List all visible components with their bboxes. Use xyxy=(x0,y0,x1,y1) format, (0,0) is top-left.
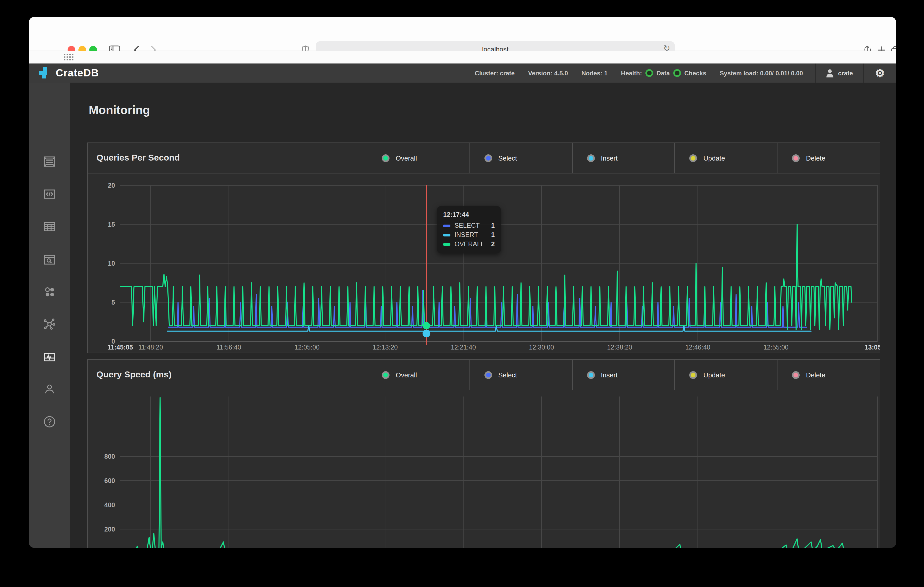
legend-dot-delete-icon xyxy=(792,371,800,379)
main-content: Monitoring Queries Per Second Overall Se… xyxy=(70,83,854,548)
query-speed-chart[interactable]: 020040060080011:45:0511:48:2011:56:4012:… xyxy=(88,390,879,548)
svg-text:11:56:40: 11:56:40 xyxy=(216,344,241,351)
legend-dot-delete-icon xyxy=(792,154,800,162)
legend-cell-insert[interactable]: Insert xyxy=(572,143,675,173)
cluster-stats: Cluster: crate Version: 4.5.0 Nodes: 1 H… xyxy=(475,63,815,83)
cratedb-logo-mark-icon xyxy=(39,67,51,79)
logo-text: CrateDB xyxy=(56,67,99,79)
svg-text:12:46:40: 12:46:40 xyxy=(685,344,710,351)
tooltip-insert-swatch-icon xyxy=(443,234,450,236)
shards-icon xyxy=(43,285,56,298)
qps-panel: Queries Per Second Overall Select Insert xyxy=(87,142,880,353)
legend-dot-update-icon xyxy=(690,371,697,379)
app-header: CrateDB Cluster: crate Version: 4.5.0 No… xyxy=(29,63,896,83)
legend-cell-overall[interactable]: Overall xyxy=(367,143,469,173)
svg-text:5: 5 xyxy=(111,299,115,306)
desktop: localhost ↻ xyxy=(0,0,924,587)
query-speed-panel-title: Query Speed (ms) xyxy=(88,360,367,390)
qps-panel-title: Queries Per Second xyxy=(88,143,367,173)
health-label: Health: xyxy=(621,69,642,77)
page-title: Monitoring xyxy=(89,103,150,117)
tooltip-select-swatch-icon xyxy=(443,224,450,227)
user-icon xyxy=(826,69,834,77)
legend-cell-select[interactable]: Select xyxy=(469,143,572,173)
legend-dot-overall-icon xyxy=(382,371,389,379)
cluster-icon xyxy=(43,317,56,331)
console-icon xyxy=(43,187,56,201)
webview: CrateDB Cluster: crate Version: 4.5.0 No… xyxy=(29,63,896,548)
qps-panel-header: Queries Per Second Overall Select Insert xyxy=(88,143,879,174)
settings-button[interactable]: ⚙ xyxy=(863,63,896,83)
legend-cell-delete[interactable]: Delete xyxy=(777,143,879,173)
query-speed-chart-area[interactable]: 020040060080011:45:0511:48:2011:56:4012:… xyxy=(88,390,879,548)
stat-cluster: Cluster: crate xyxy=(475,69,515,77)
svg-text:12:13:20: 12:13:20 xyxy=(373,344,398,351)
query-speed-panel-header: Query Speed (ms) Overall Select Insert xyxy=(88,360,879,390)
tooltip-row-select: SELECT 1 xyxy=(443,222,495,229)
svg-text:20: 20 xyxy=(108,182,115,189)
tooltip-row-overall: OVERALL 2 xyxy=(443,241,495,248)
health-data[interactable]: Data xyxy=(646,69,670,77)
health-checks[interactable]: Checks xyxy=(673,69,706,77)
chart-tooltip: 12:17:44 SELECT 1 INSERT 1 xyxy=(437,206,501,253)
screen: localhost ↻ xyxy=(0,0,924,587)
svg-text:11:45:05: 11:45:05 xyxy=(107,344,133,351)
cratedb-logo[interactable]: CrateDB xyxy=(39,67,99,79)
svg-text:13:05:50: 13:05:50 xyxy=(865,344,879,351)
qps-chart-area[interactable]: 0510152011:45:0511:48:2011:56:4012:05:00… xyxy=(88,174,879,354)
grid-dots-icon[interactable] xyxy=(62,50,76,64)
legend-cell-update[interactable]: Update xyxy=(675,360,777,390)
legend-dot-select-icon xyxy=(484,154,492,162)
legend-cell-insert[interactable]: Insert xyxy=(572,360,675,390)
browser-window: localhost ↻ xyxy=(29,17,896,548)
svg-text:12:21:40: 12:21:40 xyxy=(450,344,476,351)
overview-icon xyxy=(43,155,56,168)
svg-text:12:38:20: 12:38:20 xyxy=(607,344,632,351)
sidebar-item-views[interactable] xyxy=(43,253,56,266)
health-data-dot-icon xyxy=(646,69,653,77)
browser-titlebar: localhost ↻ xyxy=(29,17,896,51)
legend-cell-overall[interactable]: Overall xyxy=(367,360,469,390)
monitoring-icon xyxy=(43,351,56,364)
svg-text:12:30:00: 12:30:00 xyxy=(529,344,554,351)
legend-dot-insert-icon xyxy=(587,371,595,379)
qps-chart[interactable]: 0510152011:45:0511:48:2011:56:4012:05:00… xyxy=(88,174,879,354)
sidebar-item-cluster[interactable] xyxy=(43,317,56,331)
stat-system-load: System load: 0.00/ 0.01/ 0.00 xyxy=(720,69,803,77)
legend-cell-delete[interactable]: Delete xyxy=(777,360,879,390)
privileges-icon xyxy=(43,382,56,396)
svg-text:600: 600 xyxy=(104,477,115,484)
svg-text:15: 15 xyxy=(108,221,115,228)
svg-text:200: 200 xyxy=(104,526,115,533)
stat-version: Version: 4.5.0 xyxy=(528,69,568,77)
legend-cell-select[interactable]: Select xyxy=(469,360,572,390)
query-speed-panel: Query Speed (ms) Overall Select Insert xyxy=(87,359,880,548)
sidebar-item-console[interactable] xyxy=(43,187,56,201)
sidebar-item-tables[interactable] xyxy=(43,220,56,233)
gear-icon: ⚙ xyxy=(875,67,885,79)
svg-text:12:05:00: 12:05:00 xyxy=(294,344,319,351)
tooltip-time: 12:17:44 xyxy=(443,211,495,218)
stat-nodes: Nodes: 1 xyxy=(581,69,607,77)
svg-text:12:55:00: 12:55:00 xyxy=(763,344,788,351)
svg-text:800: 800 xyxy=(104,453,115,460)
bookmarks-bar xyxy=(29,51,896,63)
views-icon xyxy=(43,253,56,266)
tooltip-row-insert: INSERT 1 xyxy=(443,231,495,238)
app-sidebar xyxy=(29,83,70,548)
sidebar-item-privileges[interactable] xyxy=(43,382,56,396)
svg-text:400: 400 xyxy=(104,501,115,509)
legend-dot-overall-icon xyxy=(382,154,389,162)
sidebar-item-help[interactable] xyxy=(43,415,56,428)
legend-dot-insert-icon xyxy=(587,154,595,162)
health-checks-dot-icon xyxy=(673,69,681,77)
svg-text:10: 10 xyxy=(108,260,115,267)
user-button[interactable]: crate xyxy=(815,63,863,83)
legend-dot-update-icon xyxy=(690,154,697,162)
sidebar-item-shards[interactable] xyxy=(43,285,56,298)
sidebar-item-overview[interactable] xyxy=(43,155,56,168)
tables-icon xyxy=(43,220,56,233)
legend-cell-update[interactable]: Update xyxy=(675,143,777,173)
help-icon xyxy=(43,415,56,428)
sidebar-item-monitoring[interactable] xyxy=(43,351,56,364)
